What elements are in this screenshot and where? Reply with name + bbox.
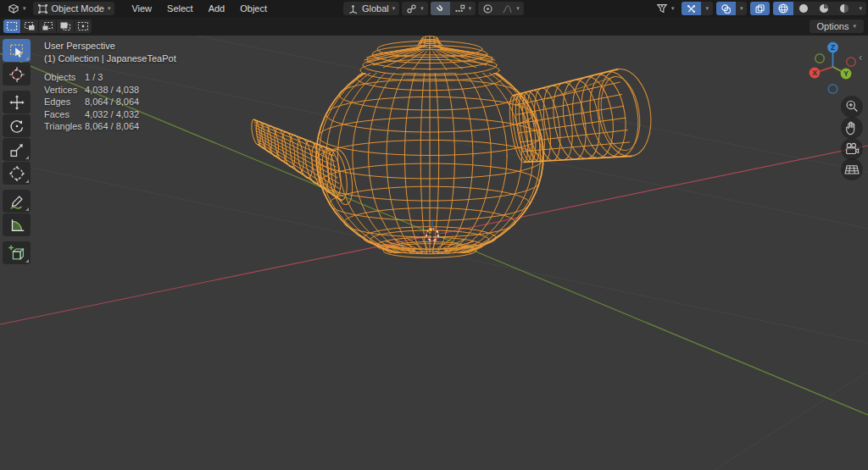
gizmo-negative-axis[interactable] [847, 58, 856, 67]
falloff-curve-icon [502, 3, 513, 14]
stat-row: Triangles8,064 / 8,064 [44, 120, 139, 133]
zoom-icon [843, 97, 861, 116]
menu-object[interactable]: Object [232, 3, 275, 14]
object-visibility-dropdown[interactable]: ▾ [652, 2, 679, 15]
shading-dropdown[interactable]: ▾ [854, 2, 866, 15]
chevron-down-icon: ▾ [516, 5, 520, 11]
snapping-controls: ▾ [431, 2, 476, 15]
falloff-dropdown[interactable]: ▾ [498, 2, 524, 15]
zoom-view-button[interactable] [841, 96, 863, 118]
object-mode-icon [37, 3, 48, 14]
gizmo-axis-y-label: Y [843, 69, 849, 78]
object-origin-dot [428, 227, 432, 231]
select-mode-intersect-button[interactable] [75, 19, 92, 33]
tool-annotate[interactable] [3, 190, 31, 213]
orthographic-toggle-button[interactable] [841, 158, 863, 180]
select-mode-subtract-button[interactable] [39, 19, 56, 33]
active-collection-label: (1) Collection | JapaneseTeaPot [44, 53, 176, 65]
overlays-toggle[interactable] [716, 2, 736, 15]
stat-row: Faces4,032 / 4,032 [44, 108, 139, 121]
chevron-down-icon: ▾ [420, 5, 424, 11]
xray-icon [754, 3, 765, 14]
gizmo-arrows-icon [686, 3, 697, 14]
chevron-down-icon: ▾ [392, 5, 396, 11]
chevron-down-icon: ▾ [469, 5, 472, 11]
tool-transform[interactable] [3, 162, 31, 185]
measure-icon [8, 216, 26, 235]
proportional-edit-controls: ▾ [478, 2, 524, 15]
gizmos-dropdown[interactable]: ▾ [701, 2, 713, 15]
chevron-down-icon: ▾ [23, 5, 26, 11]
shading-rendered-button[interactable] [834, 2, 854, 15]
add-cube-icon [8, 244, 26, 263]
menu-select[interactable]: Select [159, 3, 201, 14]
mode-label: Object Mode [52, 3, 104, 14]
scale-icon [8, 141, 26, 159]
gizmos-toggle[interactable] [682, 2, 701, 15]
tool-select-box[interactable] [3, 39, 31, 62]
menu-view[interactable]: View [124, 3, 159, 14]
snap-settings-dropdown[interactable]: ▾ [450, 2, 476, 15]
options-label: Options [817, 21, 849, 31]
menu-add[interactable]: Add [201, 3, 233, 14]
transform-icon [8, 164, 26, 183]
gizmo-axis-z-label: Z [831, 43, 835, 52]
tool-rotate[interactable] [3, 114, 31, 137]
annotate-pencil-icon [8, 192, 26, 211]
camera-view-button[interactable] [841, 138, 863, 160]
select-new-icon [6, 21, 18, 31]
shading-solid-button[interactable] [793, 2, 814, 15]
pan-view-button[interactable] [841, 117, 863, 139]
sidebar-toggle-chevron[interactable]: ‹ [859, 51, 862, 64]
header-right: ▾ ▾ ▾ [652, 0, 866, 17]
shading-material-button[interactable] [814, 2, 834, 15]
cursor-tool-icon [8, 65, 26, 84]
options-dropdown[interactable]: Options ▾ [810, 19, 864, 33]
overlays-dropdown[interactable]: ▾ [736, 2, 748, 15]
editor-type-button[interactable]: ▾ [3, 2, 31, 15]
viewport-3d[interactable]: User Perspective (1) Collection | Japane… [0, 36, 868, 470]
tool-settings-bar: Options ▾ [0, 17, 868, 36]
material-sphere-icon [818, 3, 830, 14]
tool-add-cube[interactable] [3, 241, 31, 264]
solid-sphere-icon [798, 3, 810, 14]
pivot-point-icon [406, 3, 417, 14]
proportional-edit-toggle[interactable] [478, 2, 498, 15]
pivot-point-dropdown[interactable]: ▾ [402, 2, 428, 15]
gizmo-controls: ▾ [682, 2, 713, 15]
select-mode-new-button[interactable] [3, 19, 20, 33]
toolbar [3, 39, 31, 265]
snap-toggle-button[interactable] [431, 2, 450, 15]
stat-row: Vertices4,038 / 4,038 [44, 84, 139, 97]
chevron-down-icon: ▾ [108, 5, 111, 11]
camera-icon [843, 140, 861, 158]
orientation-dropdown[interactable]: Global ▾ [343, 2, 399, 15]
select-extend-icon [24, 21, 36, 31]
tool-cursor[interactable] [3, 63, 31, 86]
tool-scale[interactable] [3, 138, 31, 161]
select-mode-invert-button[interactable] [57, 19, 74, 33]
view-perspective-label: User Perspective [44, 40, 176, 53]
scene-statistics: Objects1 / 3 Vertices4,038 / 4,038 Edges… [44, 71, 139, 133]
tool-measure[interactable] [3, 213, 31, 236]
tool-move[interactable] [3, 91, 31, 113]
gizmo-negative-axis[interactable] [828, 85, 837, 94]
chevron-down-icon: ▾ [853, 23, 856, 29]
navigation-gizmo[interactable]: ZXY [798, 36, 868, 103]
chevron-down-icon: ▾ [705, 5, 709, 11]
select-mode-group [3, 19, 92, 33]
orientation-label: Global [362, 3, 389, 14]
xray-toggle[interactable] [750, 2, 770, 15]
gizmo-negative-axis[interactable] [815, 54, 825, 64]
chevron-down-icon: ▾ [671, 5, 675, 11]
shading-mode-group: ▾ [773, 2, 866, 15]
select-invert-icon [59, 21, 71, 31]
header-left: ▾ Object Mode ▾ View Select Add Object [3, 0, 275, 17]
top-bar: ▾ Object Mode ▾ View Select Add Object [0, 0, 868, 17]
shading-wireframe-button[interactable] [773, 2, 793, 15]
select-mode-extend-button[interactable] [21, 19, 38, 33]
transform-orientation-icon [348, 3, 359, 14]
mode-dropdown[interactable]: Object Mode ▾ [33, 2, 115, 15]
snap-increment-icon [454, 3, 465, 14]
editor-3d-viewport-icon [8, 3, 19, 14]
